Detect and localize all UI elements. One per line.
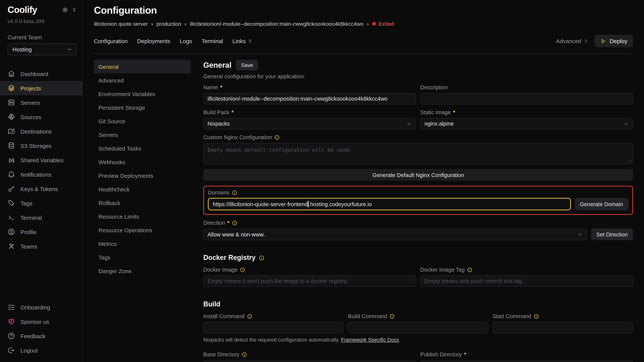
framework-docs-link[interactable]: Framework Specific Docs [341, 337, 399, 343]
save-button[interactable]: Save [236, 60, 258, 70]
set-direction-button[interactable]: Set Direction [591, 229, 633, 240]
info-icon[interactable] [240, 267, 246, 273]
sidebar-item-label: Terminal [20, 214, 42, 221]
static-image-select[interactable]: nginx:alpine [420, 118, 633, 129]
sidebar-item-tags[interactable]: Tags [0, 196, 82, 210]
info-icon[interactable] [274, 134, 280, 140]
sidebar-item-shared-variables[interactable]: (x) Shared Variables [0, 153, 82, 167]
sidebar-item-logout[interactable]: Logout [0, 343, 82, 358]
domains-input[interactable]: https://illicitonion-quote-server-fronte… [208, 198, 571, 210]
subnav-item-advanced[interactable]: Advanced [94, 73, 191, 87]
subnav-item-tags[interactable]: Tags [94, 250, 191, 264]
sidebar-item-label: Keys & Tokens [20, 186, 58, 192]
subnav-item-environment-variables[interactable]: Environment Variables [94, 87, 191, 101]
subnav-item-resource-limits[interactable]: Resource Limits [94, 210, 191, 223]
theme-selector-icon[interactable] [72, 7, 77, 12]
breadcrumb-application[interactable]: illicitestonion/-module--decomposition:m… [190, 21, 364, 27]
description-input[interactable] [420, 93, 633, 104]
custom-nginx-label: Custom Nginx Configuration [203, 134, 633, 140]
sidebar-item-label: Notifications [20, 171, 51, 178]
tab-links-label: Links [232, 38, 246, 44]
info-icon[interactable] [232, 190, 238, 195]
sidebar-item-keys-tokens[interactable]: Keys & Tokens [0, 182, 82, 196]
sidebar-item-destinations[interactable]: Destinations [0, 124, 82, 138]
sidebar-item-terminal[interactable]: Terminal [0, 210, 82, 225]
static-image-label: Static Image* [420, 109, 633, 115]
tab-logs[interactable]: Logs [180, 38, 192, 44]
sidebar-item-notifications[interactable]: Notifications [0, 167, 82, 182]
domain-value-after-caret: .hosting.codeyourfuture.io [308, 201, 372, 207]
generate-domain-button[interactable]: Generate Domain [574, 198, 628, 210]
sidebar-item-label: Servers [20, 99, 40, 106]
publish-directory-input[interactable] [420, 360, 633, 362]
docker-image-tag-input[interactable] [420, 275, 633, 287]
build-command-input[interactable] [348, 322, 488, 333]
chevron-up-down-icon [248, 38, 252, 43]
tab-configuration[interactable]: Configuration [94, 38, 128, 44]
info-icon[interactable] [242, 352, 247, 357]
main-content: Configuration illicitonion quote server … [82, 0, 644, 362]
subnav-item-scheduled-tasks[interactable]: Scheduled Tasks [94, 141, 191, 155]
info-icon[interactable] [389, 313, 395, 319]
theme-toggle-sun-icon[interactable] [62, 6, 68, 13]
subnav-item-persistent-storage[interactable]: Persistent Storage [94, 101, 191, 114]
chevron-down-icon [406, 121, 412, 126]
deploy-button[interactable]: Deploy [594, 35, 633, 47]
subnav-item-git-source[interactable]: Git Source [94, 114, 191, 128]
app-logo: Coolify [8, 4, 37, 15]
subnav-item-healthcheck[interactable]: Healthcheck [94, 182, 191, 196]
docker-image-tag-label: Docker Image Tag [420, 267, 633, 273]
sidebar-item-servers[interactable]: Servers [0, 95, 82, 110]
direction-value: Allow www & non-www. [208, 231, 265, 237]
info-icon[interactable] [232, 220, 238, 226]
page-title: Configuration [94, 4, 633, 16]
breadcrumb-project[interactable]: illicitonion quote server [94, 21, 148, 27]
sidebar-item-label: Destinations [20, 128, 52, 134]
base-directory-input[interactable] [203, 360, 416, 362]
subnav-item-resource-operations[interactable]: Resource Operations [94, 223, 191, 237]
subnav-item-metrics[interactable]: Metrics [94, 237, 191, 250]
subnav-item-servers[interactable]: Servers [94, 128, 191, 141]
breadcrumb-environment[interactable]: production [156, 21, 181, 27]
generate-nginx-button[interactable]: Generate Default Nginx Configuration [203, 169, 633, 181]
sidebar-item-projects[interactable]: Projects [0, 81, 82, 95]
sidebar-nav: Dashboard Projects Servers Sources Desti… [0, 66, 82, 253]
start-command-input[interactable] [492, 322, 633, 333]
docker-image-input[interactable] [203, 275, 416, 287]
sidebar-item-sponsor-us[interactable]: Sponsor us [0, 314, 82, 329]
team-select[interactable]: Hosting [8, 43, 76, 55]
subnav-item-danger-zone[interactable]: Danger Zone [94, 264, 191, 278]
info-icon[interactable] [533, 313, 539, 319]
name-input[interactable] [203, 93, 416, 104]
sidebar-item-profile[interactable]: Profile [0, 225, 82, 239]
sidebar-item-label: Sponsor us [20, 318, 49, 325]
info-icon[interactable] [258, 255, 264, 261]
advanced-label: Advanced [556, 38, 581, 44]
info-icon[interactable] [467, 267, 473, 273]
bell-icon [8, 171, 15, 178]
install-command-input[interactable] [203, 322, 344, 333]
tab-deployments[interactable]: Deployments [137, 38, 170, 44]
tab-terminal[interactable]: Terminal [202, 38, 223, 44]
general-form: General Save General configuration for y… [203, 60, 633, 362]
sidebar-item-s3-storages[interactable]: S3 Storages [0, 138, 82, 153]
subnav-item-preview-deployments[interactable]: Preview Deployments [94, 169, 191, 182]
coolify-app: Coolify v4.0.0-beta.399 Current Team Hos… [0, 0, 644, 362]
sidebar-item-dashboard[interactable]: Dashboard [0, 66, 82, 81]
resize-handle[interactable] [628, 159, 632, 163]
subnav-item-general[interactable]: General [94, 60, 191, 73]
subnav-item-rollback[interactable]: Rollback [94, 196, 191, 210]
direction-select[interactable]: Allow www & non-www. [203, 229, 587, 240]
tags-icon [8, 199, 15, 207]
tab-links[interactable]: Links [232, 38, 252, 44]
user-circle-icon [8, 228, 15, 236]
info-icon[interactable] [247, 313, 252, 319]
advanced-dropdown[interactable]: Advanced [556, 38, 588, 44]
sidebar-item-teams[interactable]: Teams [0, 239, 82, 253]
custom-nginx-textarea[interactable]: Empty means default configuration will b… [203, 143, 633, 164]
sidebar-item-onboarding[interactable]: Onboarding [0, 300, 82, 314]
sidebar-item-feedback[interactable]: Feedback [0, 329, 82, 343]
build-pack-select[interactable]: Nixpacks [203, 118, 416, 129]
subnav-item-webhooks[interactable]: Webhooks [94, 155, 191, 169]
sidebar-item-sources[interactable]: Sources [0, 110, 82, 124]
